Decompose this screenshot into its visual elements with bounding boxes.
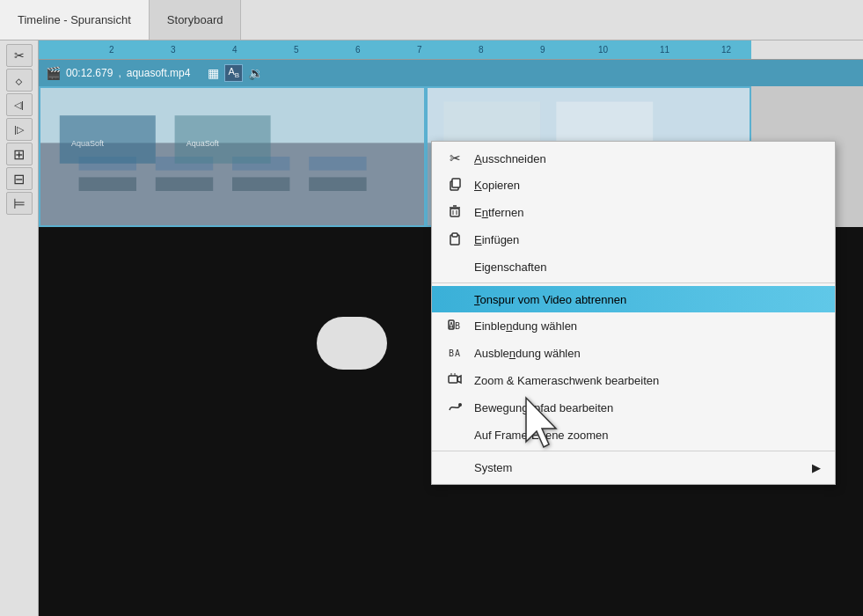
menu-item-transition-in[interactable]: BA Einblendung wählen bbox=[432, 312, 835, 340]
submenu-arrow-icon: ▶ bbox=[812, 461, 821, 474]
menu-item-cut[interactable]: ✂ Ausschneiden bbox=[432, 145, 835, 172]
paste-icon bbox=[446, 231, 464, 248]
toolbar-left: ✂ ⬦ ◁| |▷ ⊞ ⊟ ⊨ bbox=[0, 40, 39, 616]
svg-rect-8 bbox=[232, 177, 289, 191]
transition-out-icon: BA bbox=[446, 345, 464, 362]
ruler-9: 9 bbox=[540, 45, 545, 55]
building-background: AquaSoft AquaSoft bbox=[40, 88, 424, 225]
ruler-7: 7 bbox=[417, 45, 422, 55]
svg-text:A: A bbox=[455, 348, 460, 358]
menu-item-motion-path[interactable]: Bewegungspfad bearbeiten bbox=[432, 394, 835, 422]
svg-rect-30 bbox=[452, 233, 457, 237]
ruler-11: 11 bbox=[660, 45, 669, 55]
svg-text:B: B bbox=[455, 321, 460, 331]
menu-zoom-camera-label: Zoom & Kameraschwenk bearbeiten bbox=[474, 374, 659, 387]
merge-button[interactable]: ⊨ bbox=[6, 192, 33, 215]
svg-rect-23 bbox=[452, 179, 460, 187]
svg-rect-7 bbox=[156, 177, 213, 191]
cut-tool-button[interactable]: ✂ bbox=[6, 44, 33, 67]
context-menu: ✂ Ausschneiden Kopieren Entfernen Einfüg… bbox=[431, 141, 836, 485]
menu-cut-label: Ausschneiden bbox=[474, 152, 546, 165]
svg-marker-37 bbox=[457, 376, 461, 383]
menu-item-transition-out[interactable]: BA Ausblendung wählen bbox=[432, 340, 835, 367]
ruler-3: 3 bbox=[171, 45, 176, 55]
trim-out-button[interactable]: |▷ bbox=[6, 118, 33, 141]
menu-properties-label: Eigenschaften bbox=[474, 260, 546, 274]
menu-item-zoom-camera[interactable]: Zoom & Kameraschwenk bearbeiten bbox=[432, 367, 835, 394]
svg-rect-24 bbox=[450, 209, 459, 216]
svg-rect-6 bbox=[79, 177, 136, 191]
tab-timeline-label: Timeline - Spuransicht bbox=[18, 13, 131, 26]
filename-display: , bbox=[118, 67, 121, 79]
tab-storyboard-label: Storyboard bbox=[167, 13, 223, 26]
video-icon: ▦ bbox=[208, 66, 219, 80]
svg-rect-5 bbox=[309, 157, 366, 171]
menu-separator-2 bbox=[432, 451, 835, 451]
menu-delete-label: Entfernen bbox=[474, 206, 523, 219]
menu-item-paste[interactable]: Einfügen bbox=[432, 226, 835, 253]
film-icon: 🎬 bbox=[46, 66, 61, 80]
filename-text: aquasoft.mp4 bbox=[127, 67, 191, 79]
menu-item-system[interactable]: System ▶ bbox=[432, 454, 835, 480]
trash-icon bbox=[446, 204, 464, 221]
scissors-icon: ✂ bbox=[446, 150, 464, 166]
ruler-2: 2 bbox=[109, 45, 114, 55]
menu-frame-zoom-label: Auf Frame-Ebene zoomen bbox=[474, 429, 608, 442]
timecode-display: 00:12.679 bbox=[66, 67, 113, 79]
audio-icon: 🔉 bbox=[248, 66, 263, 80]
delete-track-button[interactable]: ⊟ bbox=[6, 167, 33, 190]
video-preview-1: AquaSoft AquaSoft bbox=[40, 88, 424, 225]
menu-item-detach-audio[interactable]: Tonspur vom Video abtrennen bbox=[432, 286, 835, 312]
menu-item-frame-zoom[interactable]: Auf Frame-Ebene zoomen bbox=[432, 422, 835, 448]
svg-rect-9 bbox=[309, 177, 366, 191]
menu-motion-path-label: Bewegungspfad bearbeiten bbox=[474, 401, 613, 414]
menu-item-properties[interactable]: Eigenschaften bbox=[432, 253, 835, 280]
ruler-6: 6 bbox=[355, 45, 361, 55]
menu-paste-label: Einfügen bbox=[474, 233, 519, 246]
balloon-shape bbox=[317, 317, 387, 370]
menu-copy-label: Kopieren bbox=[474, 179, 520, 192]
video-track-1[interactable]: AquaSoft AquaSoft bbox=[39, 86, 426, 227]
svg-rect-36 bbox=[449, 376, 457, 383]
zoom-camera-icon bbox=[446, 372, 464, 389]
svg-text:A: A bbox=[449, 321, 454, 331]
menu-system-label: System bbox=[474, 461, 512, 474]
copy-icon bbox=[446, 177, 464, 194]
tab-timeline[interactable]: Timeline - Spuransicht bbox=[0, 0, 150, 40]
trim-in-button[interactable]: ◁| bbox=[6, 93, 33, 116]
svg-text:B: B bbox=[449, 348, 454, 358]
menu-transition-out-label: Ausblendung wählen bbox=[474, 347, 581, 360]
tab-storyboard[interactable]: Storyboard bbox=[150, 0, 242, 40]
svg-text:AquaSoft: AquaSoft bbox=[71, 139, 105, 148]
ruler-track: 2 3 4 5 6 7 8 9 10 11 12 bbox=[39, 40, 751, 60]
menu-separator-1 bbox=[432, 282, 835, 283]
ruler-area: 2 3 4 5 6 7 8 9 10 11 12 bbox=[39, 40, 863, 60]
ruler-10: 10 bbox=[598, 45, 608, 55]
menu-item-delete[interactable]: Entfernen bbox=[432, 199, 835, 226]
track-info-bar: 🎬 00:12.679 , aquasoft.mp4 ▦ AB 🔉 bbox=[39, 60, 863, 86]
marker-tool-button[interactable]: ⬦ bbox=[6, 69, 33, 92]
svg-point-40 bbox=[458, 403, 462, 407]
svg-text:AquaSoft: AquaSoft bbox=[186, 139, 220, 148]
tab-bar: Timeline - Spuransicht Storyboard bbox=[0, 0, 863, 40]
menu-item-copy[interactable]: Kopieren bbox=[432, 172, 835, 199]
ruler-12: 12 bbox=[721, 45, 731, 55]
motion-path-icon bbox=[446, 400, 464, 416]
add-track-button[interactable]: ⊞ bbox=[6, 143, 33, 165]
ruler-5: 5 bbox=[294, 45, 299, 55]
ruler-4: 4 bbox=[232, 45, 238, 55]
transition-in-icon: BA bbox=[446, 318, 464, 334]
text-icon: AB bbox=[224, 64, 243, 81]
menu-detach-audio-label: Tonspur vom Video abtrennen bbox=[474, 293, 626, 306]
ruler-8: 8 bbox=[479, 45, 484, 55]
menu-transition-in-label: Einblendung wählen bbox=[474, 319, 577, 333]
